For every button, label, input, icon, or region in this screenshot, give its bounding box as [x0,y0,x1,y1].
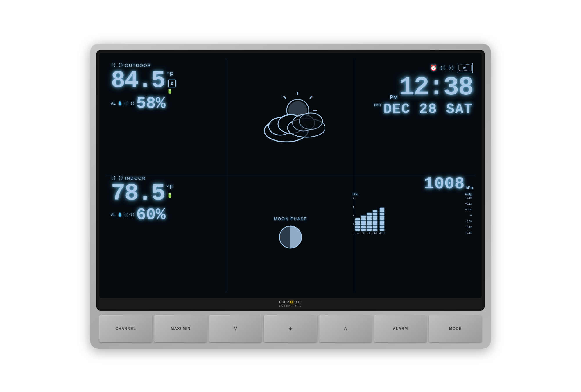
bar-seg [367,223,372,225]
bar-col-2: -3 [361,196,366,234]
outdoor-section: ((·)) OUTDOOR 84.5 °F 2 🔋 AL 💧 ((·)) 58% [108,60,230,176]
scale-r1: +0.18 [465,196,472,199]
screen-bezel: ((·)) OUTDOOR 84.5 °F 2 🔋 AL 💧 ((·)) 58% [96,50,485,311]
indoor-section: ((·)) INDOOR 78.5 °F 🔋 AL 💧 ((·)) 60% [108,176,230,291]
bar-seg [380,223,384,225]
bar-chart-bars: -1 -3 [355,196,464,234]
scale-r3: +0.06 [465,208,472,211]
bar-col-3: -6 [367,196,372,234]
mode-button[interactable]: MODE [429,315,482,342]
bar-seg [373,216,377,218]
scale-r4: 0 [470,214,472,217]
alarm-button[interactable]: ALARM [374,315,427,342]
channel-button[interactable]: CHANNEL [99,315,152,342]
hpa-label-left: hPa [352,192,358,196]
bar-label-2: -3 [362,231,365,234]
brand-area: EXPORE SCIENTIFIC [99,298,482,308]
scale-r5: -0.06 [466,220,472,223]
pm-label: PM [390,94,398,101]
backlight-button[interactable]: ✦ [264,315,317,342]
bar-seg [373,229,377,231]
bar-seg [361,226,366,228]
clock-top-icons: ⏰ ((·)) M [430,63,473,73]
outdoor-temp-unit: °F [166,71,176,78]
bar-seg [355,226,360,228]
down-button[interactable]: ∨ [209,315,262,342]
drop-icon-indoor: 💧 [117,212,122,217]
bar-seg [373,213,377,215]
bar-col-5: -24 hr [379,196,385,234]
bar-seg [380,213,384,215]
svg-line-2 [310,96,312,99]
usa-map-icon: M [457,63,473,73]
bar-seg [380,216,384,218]
weather-icon-section [230,60,352,176]
bar-seg [361,218,366,220]
weather-station: ((·)) OUTDOOR 84.5 °F 2 🔋 AL 💧 ((·)) 58% [90,44,491,349]
bar-seg [355,221,360,223]
battery-icon-indoor: 🔋 [167,192,173,198]
indoor-temp-unit: °F [166,184,173,191]
dst-label: DST [374,103,382,107]
bar-label-1: -1 [356,231,359,234]
bar-seg [380,208,384,210]
pressure-chart: hPa inHg + ↑ · ↓ - [351,192,473,234]
channel-button-label: CHANNEL [115,326,136,331]
bar-label-5: -24 hr [379,231,385,234]
wireless-icon-indoor: ((·)) [111,176,123,180]
up-button[interactable]: ∧ [319,315,372,342]
bar-seg [355,223,360,225]
bar-col-4: -12 [373,196,377,234]
svg-text:M: M [463,66,467,70]
chevron-down-icon: ∨ [234,325,237,332]
chevron-up-icon: ∧ [344,325,347,332]
pressure-section: 1008 hPa hPa inHg + ↑ · [351,176,473,291]
bar-seg [367,213,372,215]
bar-seg [380,226,384,228]
display-screen: ((·)) OUTDOOR 84.5 °F 2 🔋 AL 💧 ((·)) 58% [99,53,482,298]
svg-line-5 [284,96,286,99]
pressure-value-row: 1008 hPa [351,176,473,192]
bar-seg [373,210,377,212]
scale-r7: -0.18 [466,231,472,234]
time-row: PM 12:38 [390,74,473,101]
indoor-temp-row: 78.5 °F 🔋 [111,182,227,205]
clock-date: DEC 28 SAT [383,102,473,116]
outdoor-label: OUTDOOR [125,63,151,68]
outdoor-humidity: 58% [136,95,166,112]
chart-body: + ↑ · ↓ - [352,196,472,234]
date-row: DST DEC 28 SAT [374,102,473,116]
inhg-label-right: inHg [465,192,472,196]
bar-seg [380,229,384,231]
brand-sub: SCIENTIFIC [99,304,482,307]
pressure-unit-right: hPa [466,185,473,190]
buttons-row: CHANNEL MAX/ MIN ∨ ✦ ∧ ALARM MODE [96,315,485,342]
bar-seg [361,216,366,218]
bar-seg [373,218,377,220]
indoor-temperature: 78.5 [111,182,165,205]
svg-point-18 [299,113,322,129]
battery-icon-outdoor: 🔋 [167,88,176,94]
indoor-header: ((·)) INDOOR [111,176,227,180]
scale-r2: +0.12 [465,202,472,205]
bar-seg [355,218,360,220]
maxmin-button[interactable]: MAX/ MIN [154,315,207,342]
wireless-icon-outdoor-hum: ((·)) [124,101,135,105]
pressure-reading: 1008 [424,176,465,192]
moon-section: MOON PHASE [230,176,352,291]
al-label-outdoor: AL [111,101,116,105]
horizontal-divider [105,176,476,176]
bar-seg [355,229,360,231]
alarm-button-label: ALARM [393,326,408,331]
outdoor-humidity-row: AL 💧 ((·)) 58% [111,95,227,112]
bar-seg [367,218,372,220]
channel-badge: 2 [168,80,176,87]
indoor-label: INDOOR [125,176,146,180]
outdoor-header: ((·)) OUTDOOR [111,63,227,68]
signal-icon: ((·)) [440,65,454,71]
al-label-indoor: AL [111,212,116,217]
bar-seg [367,221,372,223]
bar-seg [367,229,372,231]
indoor-humidity: 60% [136,207,166,223]
bar-col-1: -1 [355,196,360,234]
